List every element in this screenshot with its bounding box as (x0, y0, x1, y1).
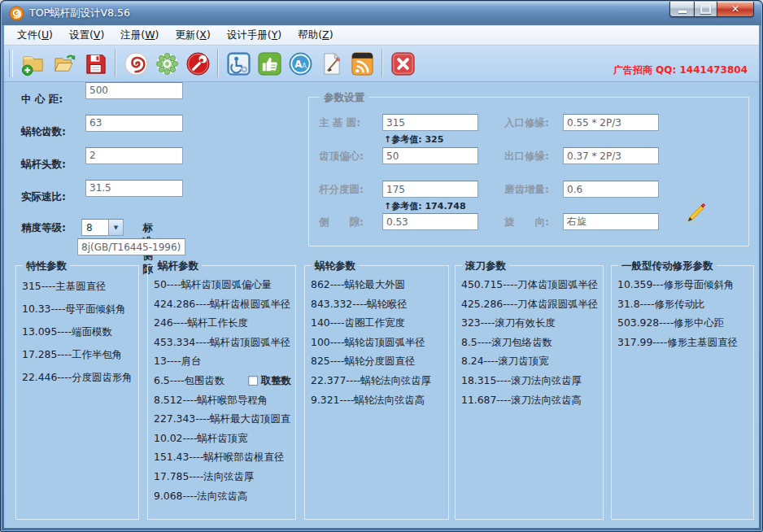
group-title: 特性参数 (23, 259, 70, 273)
thumbs-up-icon[interactable] (255, 50, 283, 77)
result-item: 17.285----工作半包角 (22, 343, 138, 366)
save-icon[interactable] (81, 50, 109, 77)
result-item: 315----主基圆直径 (22, 275, 138, 298)
modification-params-group: 一般型传动修形参数10.359---修形母面倾斜角31.8----修形传动比50… (611, 265, 754, 520)
result-item: 450.715----刀体齿顶圆弧半径 (461, 275, 603, 294)
wrench-icon[interactable] (184, 50, 211, 77)
addendum-eccentricity-label: 齿顶偏心: (319, 150, 364, 164)
result-item: 503.928----修形中心距 (617, 313, 753, 333)
center-distance-input[interactable] (85, 82, 183, 99)
center-distance-label: 中 心 距: (21, 93, 85, 107)
entry-relief-label: 入口修缘: (504, 116, 549, 130)
exit-icon[interactable] (389, 50, 416, 77)
hand-direction-label: 旋 向: (504, 216, 549, 229)
wheel-params-group: 蜗轮参数862----蜗轮最大外圆843.332----蜗轮喉径140----齿… (304, 265, 449, 520)
result-item: 825----蜗轮分度圆直径 (311, 351, 448, 371)
group-title: 蜗轮参数 (312, 259, 359, 273)
toolbar-icons: AA (18, 50, 418, 77)
close-icon: ✕ (731, 4, 739, 14)
edit-pencil-icon[interactable] (683, 200, 709, 226)
app-body: 文件(U)设置(V)注册(W)更新(X)设计手册(Y)帮助(Z) AA 广告招商… (4, 25, 759, 528)
addendum-eccentricity-input[interactable] (382, 147, 478, 164)
new-file-icon[interactable] (20, 50, 47, 77)
worm-heads-input[interactable] (85, 147, 183, 164)
menu-item-u[interactable]: 文件(U) (9, 26, 61, 45)
result-item: 151.43----蜗杆喉部齿根直径 (154, 447, 295, 467)
toolbar-separator (115, 50, 116, 77)
chevron-down-icon[interactable]: ▼ (108, 220, 123, 235)
gear-icon[interactable] (153, 50, 181, 77)
worm-spiral-icon[interactable] (122, 50, 150, 77)
ad-text: 广告招商 QQ: 1441473804 (613, 63, 759, 81)
accessibility-settings-icon[interactable] (225, 50, 252, 77)
minimize-button[interactable] (669, 2, 694, 17)
group-title: 滚刀参数 (462, 259, 509, 273)
app-window: TOP蜗杆副设计V8.56 ✕ 文件(U)设置(V)注册(W)更新(X)设计手册… (0, 0, 763, 532)
grinding-increment-input[interactable] (563, 181, 659, 198)
result-item: 11.687----滚刀法向弦齿高 (461, 390, 603, 410)
backlash-input[interactable] (382, 213, 478, 230)
rss-icon[interactable] (348, 50, 376, 77)
toolbar-separator (217, 50, 219, 77)
result-item: 140----齿圈工作宽度 (311, 313, 448, 333)
worm-pitch-circle-hint: ↑参考值: 174.748 (384, 200, 466, 212)
result-item: 13----肩台 (154, 351, 295, 371)
hob-params-group: 滚刀参数450.715----刀体齿顶圆弧半径425.286----刀体齿跟圆弧… (455, 265, 604, 520)
precision-dropdown[interactable]: 8 ▼ (81, 219, 124, 236)
result-item: 227.343----蜗杆最大齿顶圆直 (154, 409, 295, 429)
worm-params-group: 蜗杆参数50----蜗杆齿顶圆弧偏心量424.286----蜗杆齿根圆弧半径24… (147, 265, 296, 520)
main-base-circle-input[interactable] (382, 114, 478, 131)
svg-text:A: A (301, 62, 306, 70)
characteristic-params-group: 特性参数315----主基圆直径10.33----母平面倾斜角13.095---… (15, 265, 139, 520)
main-base-circle-hint: ↑参考值: 325 (384, 133, 443, 146)
result-item: 8.5----滚刀包络齿数 (461, 333, 603, 352)
toolbar-grip (9, 50, 13, 77)
result-item: 22.377----蜗轮法向弦齿厚 (311, 371, 448, 390)
result-item: 22.446----分度圆齿形角 (22, 366, 138, 389)
title-bar[interactable]: TOP蜗杆副设计V8.56 ✕ (2, 2, 761, 25)
result-item: 6.5----包围齿数取整数 (154, 371, 295, 390)
actual-ratio-label: 实际速比: (21, 190, 85, 204)
round-to-integer-checkbox[interactable] (248, 376, 258, 386)
result-item: 862----蜗轮最大外圆 (311, 275, 448, 294)
exit-relief-input[interactable] (563, 147, 659, 164)
wheel-teeth-count-input[interactable] (85, 115, 183, 132)
result-item: 425.286----刀体齿跟圆弧半径 (461, 294, 603, 314)
menu-item-z[interactable]: 帮助(Z) (290, 26, 341, 45)
main-base-circle-label: 主 基 圆: (319, 116, 360, 130)
app-logo-icon (9, 6, 24, 21)
group-title: 蜗杆参数 (155, 259, 202, 273)
hand-direction-input[interactable] (563, 213, 659, 230)
entry-relief-input[interactable] (563, 114, 659, 131)
menu-item-v[interactable]: 设置(V) (61, 26, 112, 45)
round-to-integer-label: 取整数 (261, 371, 291, 390)
result-item: 246----蜗杆工作长度 (154, 313, 295, 333)
menu-item-x[interactable]: 更新(X) (167, 26, 218, 45)
font-icon[interactable]: AA (286, 50, 314, 77)
precision-standard-field[interactable] (77, 238, 185, 255)
exit-relief-label: 出口修缘: (504, 150, 549, 164)
toolbar-separator (382, 50, 383, 77)
menu-bar: 文件(U)设置(V)注册(W)更新(X)设计手册(Y)帮助(Z) (4, 25, 759, 46)
group-title: 参数设置 (320, 91, 368, 105)
minimize-icon (678, 11, 687, 13)
toolbar: AA 广告招商 QQ: 1441473804 (4, 46, 759, 82)
menu-item-w[interactable]: 注册(W) (112, 26, 167, 45)
grinding-increment-label: 磨齿增量: (504, 183, 549, 197)
group-title: 一般型传动修形参数 (618, 259, 717, 273)
close-button[interactable]: ✕ (717, 2, 754, 17)
result-item: 9.321----蜗轮法向弦齿高 (311, 390, 448, 410)
open-file-icon[interactable] (50, 50, 78, 77)
menu-item-y[interactable]: 设计手册(Y) (219, 26, 290, 45)
maximize-button[interactable] (694, 2, 717, 17)
precision-label: 精度等级: (21, 221, 85, 235)
svg-text:A: A (294, 59, 302, 70)
worm-pitch-circle-input[interactable] (382, 181, 478, 198)
actual-ratio-input[interactable] (85, 180, 183, 197)
param-settings-group: 参数设置 主 基 圆:↑参考值: 325齿顶偏心:杆分度圆:↑参考值: 174.… (308, 97, 749, 246)
result-item: 100----蜗轮齿顶圆弧半径 (311, 333, 448, 352)
design-doc-icon[interactable] (317, 50, 345, 77)
wheel-teeth-count-label: 蜗轮齿数: (21, 125, 85, 139)
result-item: 31.8----修形传动比 (617, 294, 753, 314)
result-item: 9.068----法向弦齿高 (154, 486, 295, 506)
